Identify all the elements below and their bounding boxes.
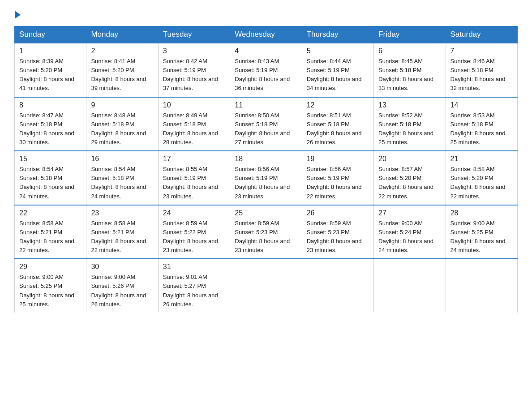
day-number: 28 [450, 209, 513, 217]
day-number: 11 [235, 101, 297, 109]
calendar-day-cell: 29 Sunrise: 9:00 AMSunset: 5:25 PMDaylig… [15, 259, 86, 313]
day-info: Sunrise: 8:55 AMSunset: 5:19 PMDaylight:… [163, 166, 218, 199]
day-info: Sunrise: 9:00 AMSunset: 5:24 PMDaylight:… [378, 220, 433, 253]
calendar-day-cell: 24 Sunrise: 8:59 AMSunset: 5:22 PMDaylig… [158, 205, 230, 259]
day-info: Sunrise: 8:48 AMSunset: 5:18 PMDaylight:… [91, 112, 146, 146]
calendar-day-cell: 11 Sunrise: 8:50 AMSunset: 5:18 PMDaylig… [230, 97, 302, 151]
day-number: 21 [450, 155, 513, 163]
day-info: Sunrise: 8:45 AMSunset: 5:18 PMDaylight:… [378, 58, 433, 91]
calendar-empty-cell [374, 259, 446, 313]
calendar-empty-cell [302, 259, 373, 313]
day-number: 20 [378, 155, 441, 163]
day-info: Sunrise: 8:59 AMSunset: 5:22 PMDaylight:… [163, 220, 218, 253]
calendar-day-cell: 6 Sunrise: 8:45 AMSunset: 5:18 PMDayligh… [374, 43, 446, 97]
weekday-header-wednesday: Wednesday [230, 26, 302, 43]
day-info: Sunrise: 8:54 AMSunset: 5:18 PMDaylight:… [91, 166, 146, 199]
day-info: Sunrise: 8:46 AMSunset: 5:18 PMDaylight:… [450, 58, 506, 91]
logo [14, 11, 21, 19]
day-number: 17 [163, 155, 225, 163]
logo-triangle-icon [15, 11, 21, 19]
calendar-week-row: 8 Sunrise: 8:47 AMSunset: 5:18 PMDayligh… [15, 97, 518, 151]
calendar-day-cell: 18 Sunrise: 8:56 AMSunset: 5:19 PMDaylig… [230, 151, 302, 205]
calendar-day-cell: 22 Sunrise: 8:58 AMSunset: 5:21 PMDaylig… [15, 205, 86, 259]
day-number: 3 [163, 47, 225, 55]
day-number: 1 [19, 47, 82, 55]
calendar-day-cell: 20 Sunrise: 8:57 AMSunset: 5:20 PMDaylig… [374, 151, 446, 205]
day-number: 18 [235, 155, 297, 163]
day-number: 9 [91, 101, 153, 109]
weekday-header-sunday: Sunday [15, 26, 86, 43]
day-number: 23 [91, 209, 153, 217]
calendar-day-cell: 13 Sunrise: 8:52 AMSunset: 5:18 PMDaylig… [374, 97, 446, 151]
calendar-day-cell: 23 Sunrise: 8:58 AMSunset: 5:21 PMDaylig… [86, 205, 158, 259]
day-number: 22 [19, 209, 82, 217]
calendar-day-cell: 5 Sunrise: 8:44 AMSunset: 5:19 PMDayligh… [302, 43, 373, 97]
day-info: Sunrise: 8:43 AMSunset: 5:19 PMDaylight:… [235, 58, 290, 91]
calendar-day-cell: 2 Sunrise: 8:41 AMSunset: 5:20 PMDayligh… [86, 43, 158, 97]
calendar-week-row: 1 Sunrise: 8:39 AMSunset: 5:20 PMDayligh… [15, 43, 518, 97]
calendar-week-row: 29 Sunrise: 9:00 AMSunset: 5:25 PMDaylig… [15, 259, 518, 313]
day-info: Sunrise: 8:50 AMSunset: 5:18 PMDaylight:… [235, 112, 290, 146]
day-info: Sunrise: 8:47 AMSunset: 5:18 PMDaylight:… [19, 112, 74, 146]
day-number: 25 [235, 209, 297, 217]
day-number: 10 [163, 101, 225, 109]
calendar-day-cell: 19 Sunrise: 8:56 AMSunset: 5:19 PMDaylig… [302, 151, 373, 205]
day-info: Sunrise: 9:00 AMSunset: 5:25 PMDaylight:… [19, 274, 74, 307]
calendar-week-row: 22 Sunrise: 8:58 AMSunset: 5:21 PMDaylig… [15, 205, 518, 259]
day-info: Sunrise: 8:56 AMSunset: 5:19 PMDaylight:… [307, 166, 362, 199]
day-info: Sunrise: 8:56 AMSunset: 5:19 PMDaylight:… [235, 166, 290, 199]
calendar-day-cell: 15 Sunrise: 8:54 AMSunset: 5:18 PMDaylig… [15, 151, 86, 205]
calendar-day-cell: 16 Sunrise: 8:54 AMSunset: 5:18 PMDaylig… [86, 151, 158, 205]
day-info: Sunrise: 8:52 AMSunset: 5:18 PMDaylight:… [378, 112, 433, 146]
day-info: Sunrise: 9:00 AMSunset: 5:26 PMDaylight:… [91, 274, 146, 307]
day-info: Sunrise: 8:57 AMSunset: 5:20 PMDaylight:… [378, 166, 433, 199]
day-number: 5 [307, 47, 369, 55]
calendar-day-cell: 3 Sunrise: 8:42 AMSunset: 5:19 PMDayligh… [158, 43, 230, 97]
day-info: Sunrise: 8:59 AMSunset: 5:23 PMDaylight:… [307, 220, 362, 253]
calendar-day-cell: 30 Sunrise: 9:00 AMSunset: 5:26 PMDaylig… [86, 259, 158, 313]
day-number: 4 [235, 47, 297, 55]
day-info: Sunrise: 8:59 AMSunset: 5:23 PMDaylight:… [235, 220, 290, 253]
day-info: Sunrise: 8:44 AMSunset: 5:19 PMDaylight:… [307, 58, 362, 91]
calendar-day-cell: 27 Sunrise: 9:00 AMSunset: 5:24 PMDaylig… [374, 205, 446, 259]
day-number: 24 [163, 209, 225, 217]
day-number: 7 [450, 47, 513, 55]
day-info: Sunrise: 8:42 AMSunset: 5:19 PMDaylight:… [163, 58, 218, 91]
calendar-day-cell: 1 Sunrise: 8:39 AMSunset: 5:20 PMDayligh… [15, 43, 86, 97]
day-info: Sunrise: 9:00 AMSunset: 5:25 PMDaylight:… [450, 220, 506, 253]
day-info: Sunrise: 8:58 AMSunset: 5:20 PMDaylight:… [450, 166, 506, 199]
day-number: 27 [378, 209, 441, 217]
calendar-day-cell: 31 Sunrise: 9:01 AMSunset: 5:27 PMDaylig… [158, 259, 230, 313]
day-info: Sunrise: 8:53 AMSunset: 5:18 PMDaylight:… [450, 112, 506, 146]
weekday-header-friday: Friday [374, 26, 446, 43]
day-info: Sunrise: 8:49 AMSunset: 5:18 PMDaylight:… [163, 112, 218, 146]
calendar-day-cell: 21 Sunrise: 8:58 AMSunset: 5:20 PMDaylig… [446, 151, 517, 205]
calendar-day-cell: 17 Sunrise: 8:55 AMSunset: 5:19 PMDaylig… [158, 151, 230, 205]
day-number: 19 [307, 155, 369, 163]
day-number: 13 [378, 101, 441, 109]
day-number: 14 [450, 101, 513, 109]
calendar-week-row: 15 Sunrise: 8:54 AMSunset: 5:18 PMDaylig… [15, 151, 518, 205]
day-info: Sunrise: 8:58 AMSunset: 5:21 PMDaylight:… [91, 220, 146, 253]
calendar-day-cell: 9 Sunrise: 8:48 AMSunset: 5:18 PMDayligh… [86, 97, 158, 151]
calendar-table: SundayMondayTuesdayWednesdayThursdayFrid… [14, 26, 518, 313]
day-number: 2 [91, 47, 153, 55]
calendar-day-cell: 4 Sunrise: 8:43 AMSunset: 5:19 PMDayligh… [230, 43, 302, 97]
page-header [14, 11, 518, 19]
day-number: 6 [378, 47, 441, 55]
day-info: Sunrise: 8:58 AMSunset: 5:21 PMDaylight:… [19, 220, 74, 253]
day-number: 30 [91, 263, 153, 271]
calendar-empty-cell [230, 259, 302, 313]
weekday-header-saturday: Saturday [446, 26, 517, 43]
day-info: Sunrise: 9:01 AMSunset: 5:27 PMDaylight:… [163, 274, 218, 307]
day-info: Sunrise: 8:51 AMSunset: 5:18 PMDaylight:… [307, 112, 362, 146]
day-number: 31 [163, 263, 225, 271]
weekday-header-thursday: Thursday [302, 26, 373, 43]
day-number: 29 [19, 263, 82, 271]
calendar-day-cell: 7 Sunrise: 8:46 AMSunset: 5:18 PMDayligh… [446, 43, 517, 97]
day-number: 16 [91, 155, 153, 163]
calendar-day-cell: 28 Sunrise: 9:00 AMSunset: 5:25 PMDaylig… [446, 205, 517, 259]
calendar-day-cell: 8 Sunrise: 8:47 AMSunset: 5:18 PMDayligh… [15, 97, 86, 151]
day-number: 15 [19, 155, 82, 163]
calendar-empty-cell [446, 259, 517, 313]
